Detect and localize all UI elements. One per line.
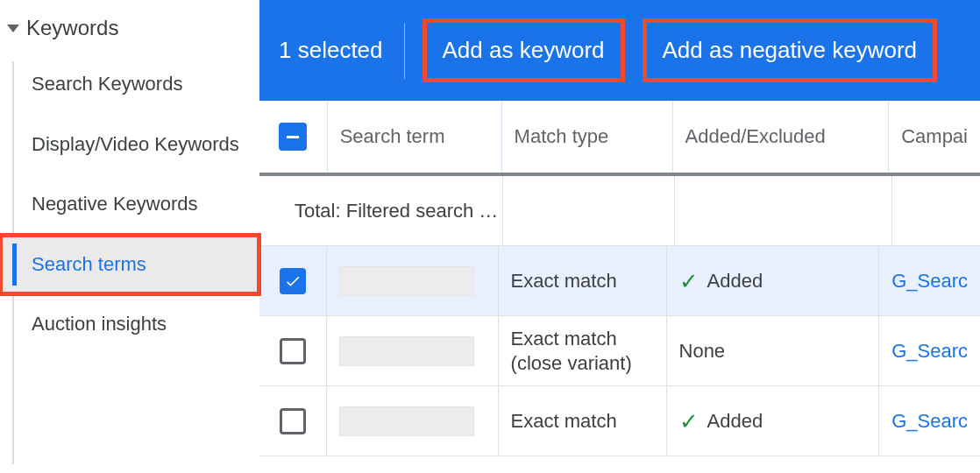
match-type-cell: Exact match (close variant) — [499, 316, 667, 385]
add-as-negative-keyword-button[interactable]: Add as negative keyword — [643, 18, 938, 82]
selected-count-text: 1 selected — [279, 37, 383, 64]
select-all-checkbox[interactable] — [279, 123, 307, 151]
row-checkbox-cell — [259, 386, 327, 455]
total-label-cell: Total: Filtered search … — [259, 176, 503, 245]
sidebar-header[interactable]: Keywords — [0, 7, 259, 49]
campaign-cell: G_Searc — [879, 386, 980, 455]
sidebar-item-search-keywords[interactable]: Search Keywords — [0, 54, 259, 115]
header-label: Search term — [340, 125, 445, 148]
chevron-down-icon — [7, 25, 19, 32]
total-added-cell — [675, 176, 892, 245]
header-match-type[interactable]: Match type — [502, 101, 673, 173]
sidebar: Keywords Search Keywords Display/Video K… — [0, 0, 259, 473]
add-as-keyword-label: Add as keyword — [443, 37, 605, 63]
header-label: Added/Excluded — [685, 125, 826, 148]
header-added-excluded[interactable]: Added/Excluded — [673, 101, 890, 173]
table-row[interactable]: Exact match ✓ Added G_Searc — [259, 246, 980, 316]
campaign-link[interactable]: G_Searc — [891, 410, 968, 433]
row-checkbox-cell — [259, 246, 327, 315]
sidebar-item-label: Search terms — [32, 253, 146, 275]
campaign-cell: G_Searc — [879, 316, 980, 385]
campaign-cell: G_Searc — [879, 246, 980, 315]
match-type-cell: Exact match — [499, 386, 667, 455]
add-as-keyword-button[interactable]: Add as keyword — [423, 18, 625, 82]
table-row[interactable]: Exact match ✓ Added G_Searc — [259, 386, 980, 456]
search-term-cell — [327, 316, 499, 385]
redacted-term — [339, 266, 474, 296]
header-search-term[interactable]: Search term — [328, 101, 502, 173]
sidebar-title: Keywords — [26, 16, 118, 40]
sidebar-item-negative-keywords[interactable]: Negative Keywords — [0, 174, 259, 235]
selected-count: 1 selected — [279, 23, 405, 79]
row-checkbox[interactable] — [280, 408, 306, 434]
total-campaign-cell — [892, 176, 980, 245]
header-label: Match type — [515, 125, 609, 148]
check-icon — [284, 272, 302, 290]
added-excluded-cell: None — [667, 316, 880, 385]
indeterminate-icon — [287, 136, 299, 138]
header-checkbox-cell — [259, 101, 328, 173]
sidebar-item-label: Search Keywords — [32, 73, 182, 95]
match-type-text: Exact match — [511, 270, 617, 293]
sidebar-item-label: Display/Video Keywords — [32, 133, 239, 155]
total-match-cell — [503, 176, 675, 245]
match-type-text: Exact match — [511, 410, 617, 433]
sidebar-item-display-video-keywords[interactable]: Display/Video Keywords — [0, 115, 259, 175]
table-row[interactable]: Exact match (close variant) None G_Searc — [259, 316, 980, 386]
row-checkbox[interactable] — [280, 268, 306, 294]
added-excluded-cell: ✓ Added — [667, 246, 880, 315]
row-checkbox-cell — [259, 316, 327, 385]
checkmark-icon: ✓ — [679, 410, 699, 433]
added-excluded-cell: ✓ Added — [667, 386, 880, 455]
sidebar-item-auction-insights[interactable]: Auction insights — [0, 294, 259, 355]
table-header: Search term Match type Added/Excluded Ca… — [259, 101, 980, 176]
match-type-cell: Exact match — [499, 246, 667, 315]
sidebar-items: Search Keywords Display/Video Keywords N… — [0, 54, 259, 355]
checkmark-icon: ✓ — [679, 270, 699, 293]
added-status-text: None — [679, 340, 726, 363]
added-status-text: Added — [707, 410, 763, 433]
total-label: Total: Filtered search … — [295, 200, 498, 222]
main-panel: 1 selected Add as keyword Add as negativ… — [259, 0, 980, 473]
row-checkbox[interactable] — [280, 338, 306, 364]
redacted-term — [339, 406, 474, 436]
total-row: Total: Filtered search … — [259, 176, 980, 246]
add-as-negative-keyword-label: Add as negative keyword — [663, 37, 918, 63]
added-status-text: Added — [707, 270, 763, 293]
redacted-term — [339, 336, 474, 366]
sidebar-item-label: Auction insights — [32, 313, 167, 335]
campaign-link[interactable]: G_Searc — [891, 270, 968, 293]
header-label: Campai — [901, 125, 968, 148]
app-root: Keywords Search Keywords Display/Video K… — [0, 0, 980, 473]
campaign-link[interactable]: G_Searc — [891, 340, 968, 363]
sidebar-item-search-terms[interactable]: Search terms — [0, 235, 259, 295]
header-campaign[interactable]: Campai — [889, 101, 980, 173]
match-type-text: Exact match (close variant) — [511, 327, 654, 375]
search-term-cell — [327, 246, 499, 315]
sidebar-item-label: Negative Keywords — [32, 193, 198, 215]
search-term-cell — [327, 386, 499, 455]
action-bar: 1 selected Add as keyword Add as negativ… — [259, 0, 980, 101]
